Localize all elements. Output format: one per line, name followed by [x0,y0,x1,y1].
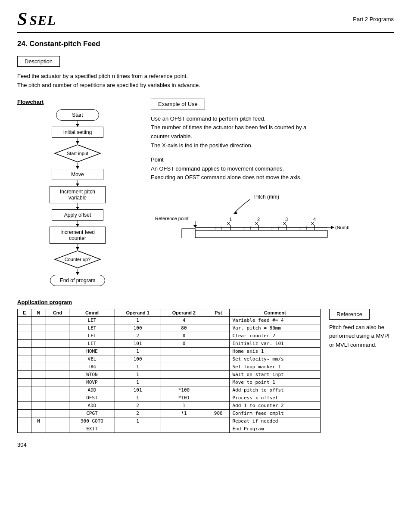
description-label: Description [25,58,53,65]
table-row: HOME 1 Home axis 1 [18,347,321,355]
fc-increment-pitch: Increment pitchvariable [50,186,106,203]
col-op1: Operand 1 [115,309,161,316]
app-layout: E N Cnd Cmnd Operand 1 Operand 2 Pst Com… [17,309,394,433]
col-n: N [31,309,46,316]
table-row: OFST 1 *101 Process x offset [18,394,321,401]
col-comment: Comment [230,309,321,316]
svg-text:1: 1 [229,217,232,222]
fc-arrow-8 [78,269,78,275]
table-row: MOVP 1 Move to point 1 [18,378,321,386]
fc-start-input: Start input [54,144,101,163]
table-row: TAG 1 Set loop marker 1 [18,363,321,370]
pitch-diagram: Pitch (mm) Reference point ✕ 1 ⊢⊣ [151,191,349,240]
reference-box-wrapper: Reference Pitch feed can also be perform… [329,309,394,350]
example-label: Example of Use [158,101,198,107]
page-title: 24. Constant-pitch Feed [17,40,394,48]
col-pst: Pst [207,309,230,316]
table-row: WTON 1 Wait on start inpt [18,370,321,378]
logo: S SEL [17,9,56,29]
svg-text:(Number of feeds n): (Number of feeds n) [335,225,349,230]
fc-move: Move [52,169,103,180]
app-title: Application program [17,299,394,305]
table-wrapper: E N Cnd Cmnd Operand 1 Operand 2 Pst Com… [17,309,321,433]
example-text: Use an OFST command to perform pitch fee… [151,115,394,150]
example-box: Example of Use [151,99,205,109]
table-row: LET 100 80 Var. pitch = 80mm [18,324,321,332]
fc-arrow-5 [78,203,78,209]
fc-arrow-6 [78,221,78,227]
reference-text: Pitch feed can also be performed using a… [329,323,394,350]
table-row: ADD 2 1 Add 1 to counter 2 [18,401,321,409]
fc-increment-feed: Increment feedcounter [50,227,106,244]
reference-label: Reference [336,311,362,317]
svg-text:3: 3 [285,217,288,222]
fc-arrow-1 [78,121,78,127]
table-row: EXIT End Program [18,425,321,432]
flowchart: Start Initial setting Start input Move I… [17,109,138,286]
table-row: ADD 101 *100 Add pitch to offst [18,386,321,394]
svg-marker-25 [331,226,334,229]
col-cmnd: Cmnd [69,309,115,316]
header-part: Part 2 Programs [353,16,394,22]
pitch-diagram-svg: Pitch (mm) Reference point ✕ 1 ⊢⊣ [151,191,349,238]
desc-line-1: Feed the actuator by a specified pitch n… [17,72,394,81]
main-content: Flowchart Start Initial setting Start in… [17,99,394,286]
fc-arrow-4 [78,180,78,186]
fc-apply-offset: Apply offset [52,209,103,221]
svg-text:⊢⊣: ⊢⊣ [243,226,251,230]
table-row: LET 1 4 Variable feed #= 4 [18,316,321,324]
fc-start: Start [56,109,99,121]
flowchart-section: Flowchart Start Initial setting Start in… [17,99,138,286]
point-line-1: An OFST command applies to movement comm… [151,165,394,174]
example-line-1: Use an OFST command to perform pitch fee… [151,115,394,124]
point-line-2: Executing an OFST command alone does not… [151,173,394,182]
point-text: Point An OFST command applies to movemen… [151,156,394,182]
point-label: Point [151,156,394,165]
col-cnd: Cnd [46,309,69,316]
svg-text:Pitch (mm): Pitch (mm) [254,194,279,200]
desc-line-2: The pitch and number of repetitions are … [17,81,394,90]
fc-counter-up: Counter up? [54,250,101,269]
svg-rect-27 [195,230,327,237]
svg-text:Reference point: Reference point [155,216,189,221]
fc-arrow-2 [78,138,78,144]
fc-counter-up-label: Counter up? [65,257,91,262]
svg-rect-28 [182,229,195,238]
description-box: Description [17,56,60,67]
prog-table: E N Cnd Cmnd Operand 1 Operand 2 Pst Com… [17,309,321,433]
svg-text:⊢⊣: ⊢⊣ [271,226,279,230]
fc-arrow-3 [78,163,78,169]
header: S SEL Part 2 Programs [17,9,394,33]
app-section: Application program E N Cnd Cmnd Operand… [17,299,394,433]
table-row: CPGT 2 *1 900 Confirm feed cmplt [18,409,321,417]
svg-text:4: 4 [313,217,316,222]
example-line-3: counter variable. [151,132,394,141]
col-op2: Operand 2 [161,309,207,316]
reference-box: Reference [329,309,370,320]
col-e: E [18,309,31,316]
example-line-2: The number of times the actuator has bee… [151,123,394,132]
svg-text:⊢⊣: ⊢⊣ [215,226,222,230]
description-text: Feed the actuator by a specified pitch n… [17,72,394,90]
table-row: N 900 GOTO 1 Repeat if needed [18,417,321,425]
fc-end: End of program [50,275,106,286]
page-number: 304 [17,442,394,448]
fc-arrow-7 [78,244,78,250]
right-section: Example of Use Use an OFST command to pe… [151,99,394,286]
table-row: VEL 100 Set velocity- mm/s [18,355,321,363]
table-row: LET 101 0 Initializ var. 101 [18,339,321,347]
example-line-4: The X-axis is fed in the positive direct… [151,141,394,150]
svg-text:2: 2 [257,217,260,222]
fc-initial-setting: Initial setting [52,127,103,138]
svg-text:⊢⊣: ⊢⊣ [299,226,307,230]
table-row: LET 2 0 Clear counter 2 [18,332,321,339]
flowchart-title: Flowchart [17,99,138,105]
fc-start-input-label: Start input [67,151,88,156]
